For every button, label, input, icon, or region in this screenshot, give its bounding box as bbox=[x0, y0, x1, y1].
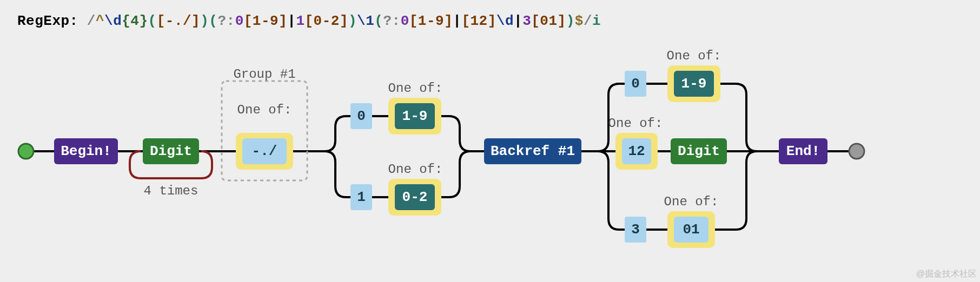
literal-3: 3 bbox=[625, 217, 646, 243]
start-terminal bbox=[18, 144, 34, 159]
oneof-a2-mid: One of: bbox=[608, 116, 663, 131]
watermark: @掘金技术社区 bbox=[916, 268, 977, 280]
backref-node: Backref #1 bbox=[484, 138, 581, 164]
svg-text:3: 3 bbox=[631, 221, 640, 238]
oneof-a2-bot: One of: bbox=[664, 194, 719, 209]
svg-text:Backref #1: Backref #1 bbox=[491, 143, 575, 159]
svg-text:-./: -./ bbox=[252, 143, 277, 159]
svg-text:0: 0 bbox=[357, 108, 366, 124]
group-1-oneof: One of: bbox=[237, 103, 292, 117]
oneof-a1-top: One of: bbox=[388, 81, 443, 96]
oneof-a2-top: One of: bbox=[667, 49, 721, 63]
digit-node-2: Digit bbox=[671, 138, 727, 164]
svg-text:0-2: 0-2 bbox=[402, 189, 428, 205]
charset-12: 12 bbox=[615, 133, 658, 170]
end-terminal bbox=[849, 144, 864, 159]
svg-text:1-9: 1-9 bbox=[402, 108, 428, 124]
charset-0-2: 0-2 bbox=[388, 179, 441, 216]
charset-group1: -./ bbox=[236, 133, 293, 170]
svg-text:Begin!: Begin! bbox=[61, 143, 111, 159]
svg-text:0: 0 bbox=[631, 76, 640, 92]
svg-text:1-9: 1-9 bbox=[681, 76, 707, 92]
svg-text:End!: End! bbox=[786, 143, 820, 159]
begin-node: Begin! bbox=[54, 138, 118, 164]
end-node: End! bbox=[779, 138, 827, 164]
regex-diagram: Begin! Digit 4 times Group #1 One of: -.… bbox=[0, 0, 980, 282]
literal-1-a: 1 bbox=[350, 184, 372, 210]
charset-1-9-b: 1-9 bbox=[667, 65, 720, 102]
literal-0-a: 0 bbox=[350, 103, 372, 129]
oneof-a1-bot: One of: bbox=[388, 162, 443, 177]
svg-text:12: 12 bbox=[628, 143, 645, 159]
charset-1-9-a: 1-9 bbox=[388, 98, 441, 135]
loop-label: 4 times bbox=[144, 184, 198, 198]
svg-text:Digit: Digit bbox=[678, 143, 720, 159]
group-1-title: Group #1 bbox=[233, 67, 295, 82]
digit-node: Digit bbox=[143, 138, 199, 164]
svg-text:1: 1 bbox=[357, 189, 366, 205]
svg-text:Digit: Digit bbox=[150, 143, 192, 159]
charset-01: 01 bbox=[667, 211, 715, 248]
literal-0-b: 0 bbox=[625, 71, 646, 97]
svg-text:01: 01 bbox=[683, 221, 699, 238]
